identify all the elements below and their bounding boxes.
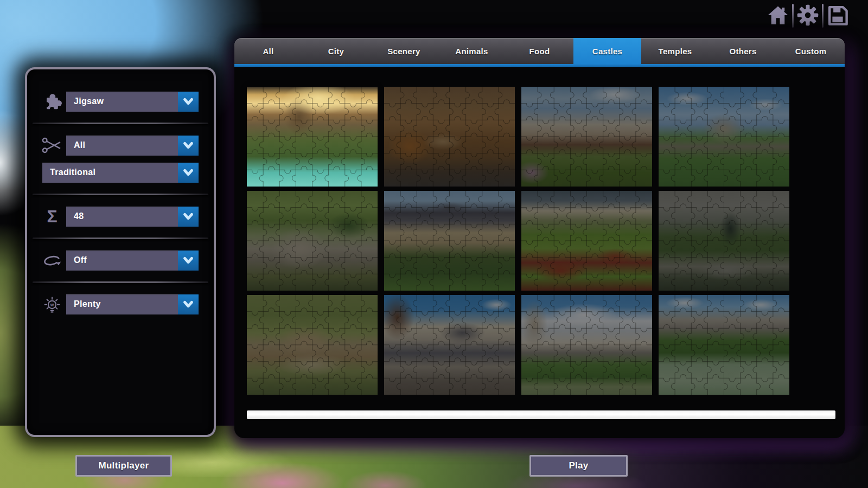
chevron-down-icon bbox=[178, 251, 199, 271]
tab-custom[interactable]: Custom bbox=[777, 38, 845, 64]
cut-style-dropdown[interactable]: All bbox=[66, 136, 199, 156]
setting-row-cut-style: All bbox=[38, 135, 199, 156]
dropdown-value: Plenty bbox=[66, 294, 178, 314]
home-icon bbox=[767, 4, 789, 28]
setting-row-rotation: Off bbox=[38, 250, 199, 271]
divider bbox=[33, 281, 208, 283]
scissors-icon bbox=[38, 134, 66, 156]
chevron-down-icon bbox=[178, 92, 199, 112]
settings-gear-icon bbox=[796, 4, 819, 28]
sigma-icon: Σ bbox=[38, 207, 66, 227]
home-button[interactable] bbox=[764, 3, 792, 28]
setting-row-cut-shape: Traditional bbox=[42, 162, 199, 183]
divider bbox=[33, 123, 208, 124]
divider bbox=[33, 237, 208, 239]
background-flowers bbox=[195, 439, 369, 488]
tab-all[interactable]: All bbox=[234, 38, 302, 64]
dropdown-value: Jigsaw bbox=[66, 92, 178, 112]
save-icon bbox=[826, 4, 849, 28]
dropdown-value: Traditional bbox=[42, 163, 178, 183]
tabbar-accent-strip bbox=[234, 64, 845, 67]
piece-count-dropdown[interactable]: 48 bbox=[66, 207, 199, 227]
tab-animals[interactable]: Animals bbox=[438, 38, 506, 64]
puzzle-thumbnail-hilltop-chateau-garden[interactable] bbox=[521, 87, 652, 187]
rotation-dropdown[interactable]: Off bbox=[66, 251, 199, 271]
play-button[interactable]: Play bbox=[529, 455, 628, 477]
puzzle-thumbnail-grid bbox=[247, 87, 789, 395]
puzzle-thumbnail-mont-saint-michel-sheep[interactable] bbox=[659, 87, 789, 187]
setting-row-puzzle-type: Jigsaw bbox=[38, 91, 199, 112]
puzzle-piece-icon bbox=[38, 91, 66, 112]
cut-shape-dropdown[interactable]: Traditional bbox=[42, 163, 199, 183]
chevron-down-icon bbox=[178, 163, 199, 183]
settings-panel: Jigsaw All Traditional Σ 48 Off bbox=[25, 67, 216, 437]
hint-bulb-icon: w bbox=[38, 293, 66, 315]
puzzle-thumbnail-domed-palace-gardens[interactable] bbox=[384, 191, 515, 291]
setting-row-piece-count: Σ 48 bbox=[38, 206, 199, 227]
puzzle-thumbnail-ruined-castle-aerial[interactable] bbox=[247, 191, 378, 291]
background-flowers bbox=[326, 439, 445, 488]
rotation-icon bbox=[38, 249, 66, 271]
topbar bbox=[764, 2, 852, 29]
chevron-down-icon bbox=[178, 294, 199, 314]
divider bbox=[33, 194, 208, 195]
puzzle-thumbnail-star-fortress-aerial[interactable] bbox=[247, 295, 378, 395]
tab-scenery[interactable]: Scenery bbox=[370, 38, 438, 64]
puzzle-type-dropdown[interactable]: Jigsaw bbox=[66, 92, 199, 112]
puzzle-thumbnail-chateau-water-parterre[interactable] bbox=[659, 295, 789, 395]
image-browser-panel: AllCitySceneryAnimalsFoodCastlesTemplesO… bbox=[234, 38, 845, 438]
dropdown-value: Off bbox=[66, 251, 178, 271]
hints-dropdown[interactable]: Plenty bbox=[66, 294, 199, 314]
chevron-down-icon bbox=[178, 207, 199, 227]
tab-food[interactable]: Food bbox=[506, 38, 573, 64]
chevron-down-icon bbox=[178, 136, 199, 156]
tab-city[interactable]: City bbox=[302, 38, 370, 64]
puzzle-thumbnail-lakeside-castle-sunset[interactable] bbox=[247, 87, 378, 187]
setting-row-hints: w Plenty bbox=[38, 294, 199, 314]
category-tabbar: AllCitySceneryAnimalsFoodCastlesTemplesO… bbox=[234, 38, 845, 64]
horizontal-scrollbar[interactable] bbox=[247, 410, 835, 419]
puzzle-thumbnail-chateau-fountain-statue[interactable] bbox=[659, 191, 789, 291]
tab-temples[interactable]: Temples bbox=[641, 38, 709, 64]
puzzle-thumbnail-ornamental-parterre-garden[interactable] bbox=[521, 191, 652, 291]
multiplayer-button[interactable]: Multiplayer bbox=[75, 455, 172, 477]
puzzle-thumbnail-autumn-river-village[interactable] bbox=[384, 87, 515, 187]
puzzle-thumbnail-chateau-rooftop-spires[interactable] bbox=[384, 295, 515, 395]
tab-castles[interactable]: Castles bbox=[573, 38, 641, 64]
settings-button[interactable] bbox=[794, 3, 822, 28]
svg-text:w: w bbox=[50, 302, 54, 307]
dropdown-value: 48 bbox=[66, 207, 178, 227]
tab-others[interactable]: Others bbox=[709, 38, 777, 64]
puzzle-thumbnail-chateau-tower-clouds[interactable] bbox=[521, 295, 652, 395]
save-button[interactable] bbox=[824, 3, 852, 28]
dropdown-value: All bbox=[66, 136, 178, 156]
